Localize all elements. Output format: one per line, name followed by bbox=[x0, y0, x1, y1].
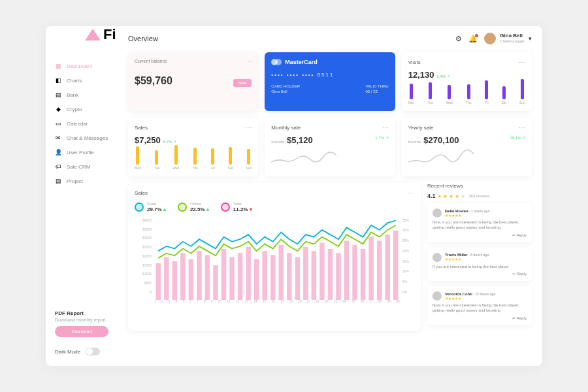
yearly-value: $270,100 bbox=[423, 135, 459, 145]
svg-rect-29 bbox=[393, 231, 399, 301]
visits-value: 12,130 bbox=[408, 70, 434, 80]
visits-title: Visits bbox=[408, 59, 421, 65]
svg-rect-16 bbox=[287, 253, 292, 300]
svg-rect-20 bbox=[319, 242, 325, 300]
yearly-spark bbox=[408, 149, 474, 167]
nav-label: Charts bbox=[67, 78, 82, 84]
avatar bbox=[433, 291, 442, 301]
nav-label: User Profile bbox=[67, 150, 94, 155]
nav-icon: ◆ bbox=[55, 106, 61, 112]
avatar bbox=[484, 33, 496, 44]
nav-label: Chat & Messages bbox=[67, 135, 108, 141]
svg-rect-27 bbox=[377, 240, 382, 300]
pdf-report: PDF Report Download monthly report. Down… bbox=[46, 310, 118, 337]
review-count: 363 reviews bbox=[469, 194, 490, 198]
svg-rect-21 bbox=[328, 249, 333, 300]
svg-rect-18 bbox=[303, 247, 308, 300]
review-item: Travis Miller · 5 hours ago★★★★★If you a… bbox=[427, 248, 532, 282]
avatar bbox=[433, 253, 442, 262]
dark-mode-row: Dark Mode bbox=[46, 344, 118, 359]
holder-name: Gina Bell bbox=[271, 90, 300, 95]
sidebar: ▦Dashboard◧Charts▤Bank◆Crypto▭Calendar✉C… bbox=[46, 26, 118, 366]
reply-button[interactable]: Reply bbox=[433, 271, 527, 276]
monthly-value: $5,120 bbox=[287, 135, 313, 145]
nav-icon: ◧ bbox=[55, 77, 61, 84]
nav-icon: ▤ bbox=[55, 91, 61, 98]
logo-icon bbox=[85, 29, 101, 41]
sidebar-item-sale-crm[interactable]: 🏷Sale CRM bbox=[46, 159, 118, 174]
sales-title: Sales bbox=[135, 125, 148, 131]
mastercard-icon bbox=[271, 59, 282, 65]
sidebar-item-user-profile[interactable]: 👤User Profile bbox=[46, 145, 118, 159]
sidebar-item-bank[interactable]: ▤Bank bbox=[46, 88, 118, 102]
legend: Store29.7% ▴Online22.5% ▴Total11.2% ▾ bbox=[135, 202, 414, 213]
user-menu[interactable]: Gina Bell Chiefmanager ▾ bbox=[484, 33, 532, 44]
reviewer-name: Belle Bowen · 1 hours ago bbox=[445, 209, 489, 213]
sidebar-item-dashboard[interactable]: ▦Dashboard bbox=[46, 59, 118, 73]
arrow-right-icon[interactable]: → bbox=[247, 59, 252, 63]
chevron-down-icon: ▾ bbox=[529, 35, 532, 42]
review-text: Now, if you are interested in being the … bbox=[433, 220, 527, 231]
card-brand: MasterCard bbox=[285, 59, 318, 65]
new-button[interactable]: New bbox=[233, 79, 252, 87]
more-icon[interactable]: ⋯ bbox=[245, 124, 252, 131]
svg-rect-6 bbox=[205, 255, 210, 300]
holder-label: CARD HOLDER bbox=[271, 84, 300, 90]
svg-rect-11 bbox=[246, 247, 251, 300]
monthly-card: Monthly sale⋯ Income$5,1201.7% ↗ bbox=[265, 118, 395, 176]
page-title: Overview bbox=[128, 35, 158, 42]
sidebar-item-project[interactable]: ▤Project bbox=[46, 174, 118, 188]
main-content: Overview ⚙ 🔔 Gina Bell Chiefmanager ▾ Cu… bbox=[118, 26, 542, 366]
big-sales-title: Sales bbox=[135, 190, 148, 196]
svg-rect-7 bbox=[213, 265, 218, 300]
nav-label: Project bbox=[67, 178, 83, 184]
valid-label: VALID THRU bbox=[366, 84, 389, 90]
balance-amount: $59,760 bbox=[135, 75, 172, 87]
reviews-summary: 4.1 ★★★★★ 363 reviews bbox=[427, 193, 532, 199]
more-icon[interactable]: ⋯ bbox=[408, 189, 414, 197]
reply-button[interactable]: Reply bbox=[433, 316, 527, 320]
sidebar-item-calendar[interactable]: ▭Calendar bbox=[46, 116, 118, 131]
sidebar-item-chat-messages[interactable]: ✉Chat & Messages bbox=[46, 131, 118, 145]
logo-text: Fi bbox=[103, 26, 116, 43]
more-icon[interactable]: ⋯ bbox=[519, 59, 525, 66]
sidebar-item-crypto[interactable]: ◆Crypto bbox=[46, 102, 118, 116]
logo: Fi bbox=[85, 26, 116, 43]
yearly-pct: 29.1% ↗ bbox=[510, 135, 525, 140]
svg-rect-26 bbox=[368, 237, 374, 300]
reviews-section: Recent reviews 4.1 ★★★★★ 363 reviews Bel… bbox=[427, 183, 532, 331]
monthly-label: Income bbox=[271, 140, 284, 144]
reply-button[interactable]: Reply bbox=[433, 233, 527, 237]
more-icon[interactable]: ⋯ bbox=[519, 124, 525, 131]
sidebar-item-charts[interactable]: ◧Charts bbox=[46, 73, 118, 88]
more-icon[interactable]: ⋯ bbox=[382, 124, 389, 131]
nav-icon: 🏷 bbox=[55, 163, 61, 170]
svg-rect-8 bbox=[221, 249, 227, 300]
mastercard: MasterCard •••• •••• •••• 8511 CARD HOLD… bbox=[265, 52, 395, 111]
sales-value: $7,250 bbox=[135, 135, 161, 145]
nav-icon: ✉ bbox=[55, 135, 61, 141]
download-button[interactable]: Download bbox=[55, 326, 108, 337]
yearly-label: Income bbox=[408, 140, 421, 144]
monthly-pct: 1.7% ↗ bbox=[375, 135, 388, 140]
sales-weekly-card: Sales⋯ $7,2506.7% ↗ MonTueWedThuFriSatSu… bbox=[128, 118, 258, 176]
gear-icon[interactable]: ⚙ bbox=[455, 35, 462, 43]
svg-rect-13 bbox=[262, 251, 267, 300]
nav-icon: 👤 bbox=[55, 149, 61, 155]
svg-rect-12 bbox=[254, 259, 259, 300]
nav-list: ▦Dashboard◧Charts▤Bank◆Crypto▭Calendar✉C… bbox=[46, 59, 118, 310]
svg-rect-25 bbox=[361, 249, 366, 300]
sales-chart: MonTueWedThuFriSatSun bbox=[135, 149, 252, 170]
avatar bbox=[433, 208, 442, 218]
svg-rect-2 bbox=[172, 261, 178, 301]
yearly-card: Yearly sale⋯ Income$270,10029.1% ↗ bbox=[402, 118, 532, 176]
monthly-title: Monthly sale bbox=[271, 125, 301, 131]
header: Overview ⚙ 🔔 Gina Bell Chiefmanager ▾ bbox=[128, 33, 532, 44]
bell-icon[interactable]: 🔔 bbox=[468, 35, 478, 43]
dark-mode-toggle[interactable] bbox=[86, 348, 100, 355]
dark-mode-label: Dark Mode bbox=[55, 349, 80, 355]
review-item: Belle Bowen · 1 hours ago★★★★★Now, if yo… bbox=[427, 203, 532, 242]
visits-chart: MonTueWedThuFriSatSun bbox=[408, 84, 525, 105]
reviews-title: Recent reviews bbox=[427, 183, 532, 189]
svg-rect-4 bbox=[189, 259, 194, 300]
